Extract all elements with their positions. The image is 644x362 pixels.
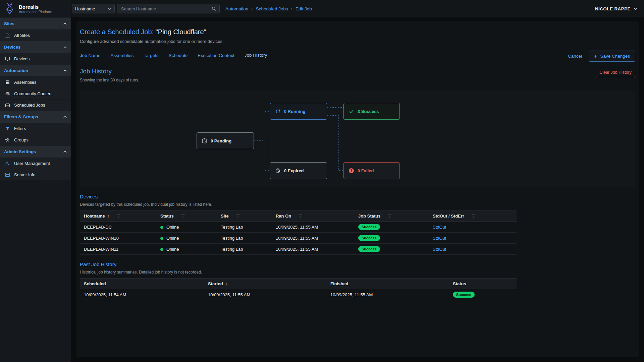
stdout-link[interactable]: StdOut (433, 236, 446, 241)
brand-name: Borealis (19, 4, 52, 10)
flow-node-label: 0 Pending (211, 138, 231, 143)
col-status[interactable]: Status (449, 279, 517, 289)
save-changes-button[interactable]: + Save Changes (589, 51, 635, 62)
sidebar-item-user-management[interactable]: User Management (0, 158, 71, 169)
sidebar-item-label: User Management (14, 161, 50, 166)
sidebar-item-label: Filters (14, 126, 26, 131)
table-row[interactable]: DEEPLAB-WIN11 Online Testing Lab 10/09/2… (80, 244, 517, 255)
past-history-header-row: Scheduled Started↓ Finished Status (80, 279, 517, 289)
caret-down-icon (108, 8, 111, 10)
status-badge: Success (358, 235, 380, 241)
breadcrumb-scheduled-jobs[interactable]: Scheduled Jobs (256, 6, 288, 11)
clear-job-history-button[interactable]: Clear Job History (596, 68, 635, 77)
table-row[interactable]: DEEPLAB-WIN10 Online Testing Lab 10/09/2… (80, 233, 517, 244)
tab-targets[interactable]: Targets (144, 52, 159, 61)
filter-icon[interactable] (116, 214, 121, 218)
sidebar-section-automation[interactable]: Automation (0, 64, 71, 76)
tab-assemblies[interactable]: Assemblies (111, 52, 134, 61)
briefcase-icon (5, 103, 10, 108)
sidebar-item-all-sites[interactable]: All Sites (0, 29, 71, 41)
sidebar-section-filters-groups[interactable]: Filters & Groups (0, 111, 71, 123)
col-ran-on[interactable]: Ran On (272, 211, 354, 222)
devices-subheading: Devices targeted by this scheduled job. … (80, 202, 635, 207)
edit-job-panel: Create a Scheduled Job: "Ping Cloudflare… (76, 21, 639, 357)
cancel-button[interactable]: Cancel (568, 54, 582, 59)
job-history-header: Job History Showing the last 30 days of … (80, 68, 635, 82)
flow-node-running[interactable]: 0 Running (270, 103, 327, 120)
user-name: NICOLE RAPPE (595, 6, 631, 11)
flow-node-success[interactable]: 3 Success (343, 103, 400, 120)
sidebar-section-admin-settings[interactable]: Admin Settings (0, 145, 71, 158)
tab-job-name[interactable]: Job Name (80, 52, 101, 61)
sidebar-section-devices[interactable]: Devices (0, 41, 71, 53)
page-title: Create a Scheduled Job: "Ping Cloudflare… (80, 28, 635, 36)
col-job-status[interactable]: Job Status (354, 211, 429, 222)
flow-node-pending[interactable]: 0 Pending (197, 132, 254, 149)
col-hostname[interactable]: Hostname↑ (80, 211, 156, 222)
sidebar-item-devices[interactable]: Devices (0, 53, 71, 64)
sort-asc-icon[interactable]: ↑ (107, 214, 110, 219)
col-scheduled[interactable]: Scheduled (80, 279, 204, 289)
breadcrumb-edit-job[interactable]: Edit Job (296, 6, 312, 11)
topbar: Hostname Automation › Scheduled Jobs › E… (71, 0, 644, 17)
started-cell: 10/09/2025, 11:55 AM (204, 289, 326, 300)
sidebar-item-server-info[interactable]: Server Info (0, 169, 71, 180)
flow-node-label: 0 Running (284, 109, 306, 114)
sidebar-item-filters[interactable]: Filters (0, 123, 71, 134)
sidebar-item-label: Devices (14, 56, 30, 61)
search-icon[interactable] (212, 6, 216, 11)
filter-icon[interactable] (387, 214, 392, 218)
stdout-cell: StdOut (429, 233, 517, 244)
col-started[interactable]: Started↓ (204, 279, 326, 289)
chevron-up-icon (63, 22, 67, 26)
tab-schedule[interactable]: Schedule (169, 52, 187, 61)
hostname-cell: DEEPLAB-WIN11 (80, 244, 156, 255)
grid-icon (5, 80, 10, 85)
col-stdout-stderr[interactable]: StdOut / StdErr (429, 211, 517, 222)
groups-icon (5, 137, 10, 142)
status-badge: Success (358, 224, 380, 230)
save-changes-label: Save Changes (600, 54, 630, 59)
breadcrumb-sep-icon: › (251, 6, 253, 11)
search-input[interactable] (120, 6, 212, 12)
status-badge: Success (358, 246, 380, 252)
col-finished[interactable]: Finished (326, 279, 449, 289)
stdout-link[interactable]: StdOut (433, 225, 446, 230)
sidebar-item-scheduled-jobs[interactable]: Scheduled Jobs (0, 99, 71, 111)
sidebar-item-community-content[interactable]: Community Content (0, 88, 71, 99)
scheduled-cell: 10/09/2025, 11:54 AM (80, 289, 204, 300)
stdout-link[interactable]: StdOut (433, 247, 446, 252)
ran-on-cell: 10/09/2025, 11:55 AM (272, 233, 354, 244)
hostname-select[interactable]: Hostname (72, 4, 115, 13)
table-row[interactable]: 10/09/2025, 11:54 AM 10/09/2025, 11:55 A… (80, 289, 517, 300)
filter-icon[interactable] (181, 214, 185, 218)
brand-subtitle: Automation Platform (19, 10, 52, 14)
filter-icon[interactable] (236, 214, 240, 218)
sidebar-item-label: Groups (14, 137, 29, 142)
filter-icon[interactable] (471, 214, 476, 218)
col-site[interactable]: Site (217, 211, 272, 222)
flow-node-failed[interactable]: ! 0 Failed (343, 162, 400, 179)
breadcrumb-automation[interactable]: Automation (225, 6, 248, 11)
tab-job-history[interactable]: Job History (245, 51, 267, 61)
flow-node-expired[interactable]: 0 Expired (270, 162, 327, 179)
sidebar-item-label: Community Content (14, 91, 53, 96)
sidebar-section-sites[interactable]: Sites (0, 17, 71, 29)
page-title-prefix: Create a Scheduled Job: (80, 28, 154, 36)
tab-execution-context[interactable]: Execution Context (198, 52, 234, 61)
error-icon: ! (349, 168, 354, 173)
user-menu[interactable]: NICOLE RAPPE (595, 6, 637, 11)
status-cell: Online (156, 244, 217, 255)
table-row[interactable]: DEEPLAB-DC Online Testing Lab 10/09/2025… (80, 222, 517, 233)
sort-desc-icon[interactable]: ↓ (225, 281, 228, 286)
col-status[interactable]: Status (156, 211, 217, 222)
brand: Borealis Automation Platform (0, 0, 71, 17)
filter-icon[interactable] (298, 214, 303, 218)
page-title-job-name: "Ping Cloudflare" (156, 28, 206, 36)
sidebar-item-groups[interactable]: Groups (0, 134, 71, 145)
chevron-up-icon (63, 150, 67, 154)
sidebar-item-label: Server Info (14, 172, 36, 177)
chevron-up-icon (63, 45, 67, 49)
past-job-history-table: Scheduled Started↓ Finished Status 10/09… (80, 278, 517, 300)
sidebar-item-assemblies[interactable]: Assemblies (0, 76, 71, 88)
